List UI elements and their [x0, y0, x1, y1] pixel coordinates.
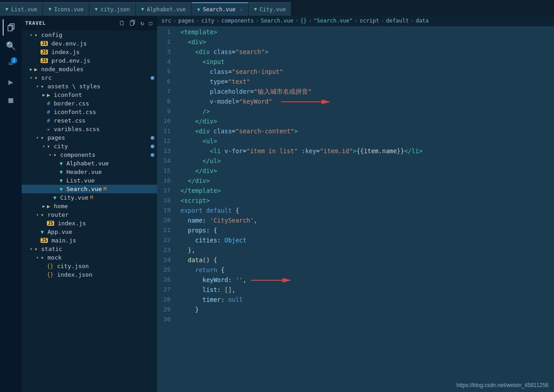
- vue-file-icon: ▼: [60, 160, 63, 167]
- code-line: <div>: [180, 37, 554, 47]
- tree-item-24[interactable]: JSmain.js: [22, 236, 157, 245]
- tree-item-1[interactable]: JSdev.env.js: [22, 39, 157, 48]
- tree-item-label: home: [54, 203, 68, 210]
- tree-item-15[interactable]: ▼Alphabet.vue: [22, 159, 157, 168]
- tree-arrow-icon: ▾: [34, 212, 41, 217]
- extensions-icon[interactable]: ■: [3, 91, 19, 108]
- tree-item-9[interactable]: #iconfont.css: [22, 108, 157, 116]
- tab-label: city.json: [101, 6, 130, 13]
- breadcrumb-item-5[interactable]: {}: [300, 18, 306, 24]
- tree-item-13[interactable]: ▾▾city: [22, 142, 157, 150]
- breadcrumb-item-4[interactable]: Search.vue: [261, 18, 293, 24]
- tab-city-json[interactable]: ▼ city.json: [89, 2, 136, 16]
- breadcrumb-item-3[interactable]: components: [221, 18, 254, 24]
- tab-icons-vue[interactable]: ▼ Icons.vue: [43, 2, 89, 16]
- code-line: data() {: [180, 255, 554, 265]
- tree-item-11[interactable]: ❧varibles.scss: [22, 125, 157, 133]
- tree-item-5[interactable]: ▾▾src: [22, 73, 157, 82]
- tree-item-label: iconfont: [54, 91, 82, 98]
- tree-item-17[interactable]: ▼List.vue: [22, 176, 157, 185]
- vue-icon: ▼: [197, 7, 200, 13]
- tree-item-4[interactable]: ▶▶node_modules: [22, 65, 157, 73]
- tree-item-label: reset.css: [54, 117, 85, 124]
- modified-badge: M: [104, 186, 107, 192]
- tree-item-label: router: [47, 211, 69, 218]
- tab-search-vue[interactable]: ▼ Search.vue ✕: [192, 2, 249, 16]
- tree-item-20[interactable]: ▶▶home: [22, 202, 157, 210]
- tab-list-vue[interactable]: ▼ List.vue: [0, 2, 43, 16]
- line-number: 24: [157, 255, 171, 265]
- line-number: 2: [157, 37, 171, 47]
- code-container[interactable]: 1234567891011121314151617181920212223242…: [157, 26, 554, 392]
- tree-item-23[interactable]: ▼App.vue: [22, 228, 157, 236]
- new-file-icon[interactable]: 🗋: [118, 18, 126, 27]
- tree-item-22[interactable]: JSindex.js: [22, 219, 157, 228]
- tab-city-vue[interactable]: ▼ City.vue: [249, 2, 291, 16]
- breadcrumb-item-8[interactable]: default: [386, 18, 409, 24]
- line-number: 6: [157, 77, 171, 87]
- json-file-icon: {}: [47, 272, 53, 278]
- tree-item-26[interactable]: ▾▾mock: [22, 253, 157, 262]
- tree-item-12[interactable]: ▾▾pages: [22, 133, 157, 142]
- code-content: <template> <div> <div class="search"> <i…: [175, 26, 554, 392]
- tree-item-27[interactable]: {}city.json: [22, 262, 157, 270]
- debug-icon[interactable]: ▶: [3, 73, 19, 90]
- refresh-icon[interactable]: ↻: [139, 18, 145, 27]
- tree-item-label: components: [60, 151, 95, 158]
- code-line: <li v-for="item in list" :key="item.id">…: [180, 146, 554, 156]
- tree-item-8[interactable]: #border.css: [22, 99, 157, 108]
- collapse-all-icon[interactable]: ◻: [148, 18, 153, 27]
- tree-item-6[interactable]: ▾▾assets \ styles: [22, 82, 157, 91]
- tree-item-label: border.css: [54, 100, 89, 107]
- tree-item-3[interactable]: JSprod.env.js: [22, 56, 157, 65]
- explorer-icon[interactable]: 🗍: [3, 19, 19, 36]
- js-file-icon: JS: [41, 50, 48, 55]
- scss-file-icon: ❧: [47, 126, 50, 132]
- breadcrumb-item-6[interactable]: "Search.vue": [314, 18, 353, 24]
- tree-item-21[interactable]: ▾▾router: [22, 210, 157, 219]
- breadcrumb-separator: ›: [216, 18, 219, 24]
- tree-item-0[interactable]: ▾▾config: [22, 31, 157, 39]
- code-line: <div class="search-content">: [180, 126, 554, 136]
- tree-item-18[interactable]: ▼Search.vueM: [22, 185, 157, 193]
- folder-icon: ▾: [34, 32, 37, 38]
- tree-item-16[interactable]: ▼Header.vue: [22, 168, 157, 176]
- tree-item-label: index.js: [58, 220, 86, 227]
- code-line: cities: Object: [180, 235, 554, 245]
- breadcrumb-item-0[interactable]: src: [162, 18, 171, 24]
- tree-item-label: city: [54, 143, 68, 150]
- tab-bar: ▼ List.vue▼ Icons.vue▼ city.json▼ Alphab…: [0, 0, 554, 16]
- tab-alphabet-vue[interactable]: ▼ Alphabet.vue: [136, 2, 192, 16]
- tree-item-label: config: [41, 32, 62, 38]
- tree-item-19[interactable]: ▼City.vueM: [22, 193, 157, 202]
- vue-icon: ▼: [95, 6, 98, 12]
- search-activity-icon[interactable]: 🔍: [3, 37, 19, 54]
- tree-item-2[interactable]: JSindex.js: [22, 48, 157, 56]
- tree-item-10[interactable]: #reset.css: [22, 116, 157, 125]
- breadcrumb-item-7[interactable]: script: [360, 18, 379, 24]
- breadcrumb-item-9[interactable]: data: [416, 18, 429, 24]
- tree-item-28[interactable]: {}index.json: [22, 270, 157, 279]
- breadcrumb-item-2[interactable]: city: [201, 18, 214, 24]
- close-tab-icon[interactable]: ✕: [240, 7, 243, 12]
- folder-icon: ▾: [41, 135, 44, 141]
- tree-item-7[interactable]: ▶▶iconfont: [22, 91, 157, 99]
- tree-item-25[interactable]: ▾▾static: [22, 245, 157, 253]
- folder-icon: ▾: [34, 246, 37, 252]
- new-folder-icon[interactable]: 🗍: [129, 18, 137, 27]
- modified-dot-badge: [151, 76, 154, 80]
- code-line: />: [180, 106, 554, 116]
- folder-icon: ▾: [47, 143, 50, 150]
- folder-icon: ▶: [47, 92, 50, 98]
- source-control-icon[interactable]: ⌨ 2: [3, 55, 19, 72]
- vue-file-icon: ▼: [60, 186, 63, 192]
- breadcrumb-separator: ›: [411, 18, 414, 24]
- tree-item-14[interactable]: ▾▾components: [22, 150, 157, 159]
- tree-item-label: index.js: [51, 49, 80, 55]
- tree-item-label: city.json: [57, 263, 88, 269]
- breadcrumb-item-1[interactable]: pages: [178, 18, 194, 24]
- red-arrow-annotation: [281, 96, 331, 106]
- css-file-icon: #: [47, 109, 50, 115]
- tree-arrow-icon: ▾: [47, 152, 53, 157]
- vue-icon: ▼: [48, 6, 51, 12]
